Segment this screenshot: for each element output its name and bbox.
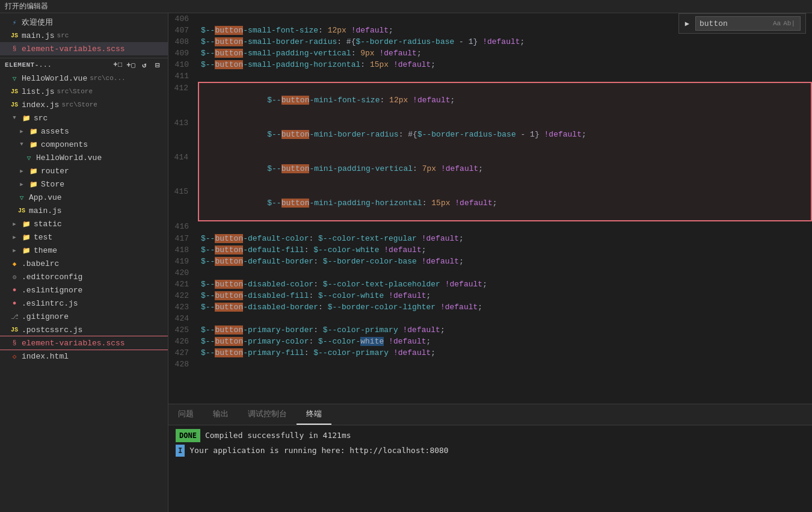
terminal-cursor: I — [176, 445, 185, 457]
main-layout: ⚡ 欢迎使用 JS main.js src § element-variable… — [0, 13, 812, 512]
folder-arrow: ▶ — [17, 166, 26, 176]
sidebar-item-label: index.js — [22, 100, 59, 109]
folder-icon: 📁 — [29, 179, 38, 189]
sidebar-item-sublabel: src\co... — [90, 75, 125, 82]
line-code: $--button-small-border-radius: #{$--bord… — [198, 36, 811, 48]
table-row: 412 $--button-mini-font-size: 12px !defa… — [168, 82, 811, 117]
table-row: 423 $--button-disabled-border: $--border… — [168, 301, 811, 313]
eslint-icon: ● — [10, 298, 19, 308]
line-code — [198, 267, 811, 279]
sidebar: ⚡ 欢迎使用 JS main.js src § element-variable… — [0, 13, 168, 512]
sidebar-item-index-js[interactable]: JS index.js src\Store — [0, 98, 168, 111]
refresh-button[interactable]: ↺ — [139, 60, 150, 70]
line-code: $--button-default-fill: $--color-white !… — [198, 244, 811, 256]
line-number: 420 — [168, 267, 198, 279]
folder-open-icon: 📁 — [29, 140, 38, 149]
top-bar: 打开的编辑器 — [0, 0, 812, 13]
sidebar-item-main-js-tree[interactable]: JS main.js — [0, 204, 168, 217]
sidebar-item-postcssrc[interactable]: JS .postcssrc.js — [0, 323, 168, 336]
js-icon: JS — [10, 325, 19, 335]
sidebar-item-helloworld[interactable]: ▽ HelloWorld.vue — [0, 151, 168, 164]
tree-toolbar: +□ +▢ ↺ ⊟ — [112, 60, 163, 70]
sidebar-item-label: src — [34, 114, 48, 123]
line-number: 410 — [168, 59, 198, 70]
sidebar-item-index-html[interactable]: ◇ index.html — [0, 350, 168, 363]
search-input-wrap: Aa Ab| — [695, 16, 801, 31]
sidebar-item-label: App.vue — [29, 193, 62, 202]
sidebar-item-element-variables-bottom[interactable]: § element-variables.scss — [0, 336, 168, 350]
line-number: 423 — [168, 301, 198, 313]
sidebar-item-list-js[interactable]: JS list.js src\Store — [0, 85, 168, 98]
line-number: 407 — [168, 25, 198, 36]
panel-tabs: 问题 输出 调试控制台 终端 — [168, 404, 812, 425]
js-icon: JS — [10, 100, 19, 109]
line-number: 421 — [168, 279, 198, 290]
sidebar-item-babelrc[interactable]: ◆ .babelrc — [0, 257, 168, 270]
line-code: $--button-mini-padding-vertical: 7px !de… — [198, 152, 811, 186]
search-collapse-arrow[interactable]: ▶ — [684, 19, 691, 28]
tab-output[interactable]: 输出 — [203, 404, 238, 425]
sidebar-item-element-variables-top[interactable]: § element-variables.scss — [0, 42, 168, 55]
js-icon: JS — [10, 31, 19, 40]
project-title: ELEMENT-... — [5, 61, 52, 69]
line-code: $--button-small-padding-vertical: 9px !d… — [198, 48, 811, 59]
sidebar-item-welcome[interactable]: ⚡ 欢迎使用 — [0, 16, 168, 29]
line-number: 406 — [168, 13, 198, 25]
line-code: $--button-primary-color: $--color-white … — [198, 336, 811, 347]
terminal-text-running: Your application is running here: http:/… — [189, 445, 448, 457]
sidebar-item-store[interactable]: ▶ 📁 Store — [0, 177, 168, 191]
match-word-button[interactable]: Ab| — [782, 20, 796, 27]
sidebar-item-assets[interactable]: ▶ 📁 assets — [0, 125, 168, 138]
sidebar-item-label: index.html — [22, 352, 69, 361]
sidebar-item-static[interactable]: ▶ 📁 static — [0, 217, 168, 230]
sidebar-item-components[interactable]: ▼ 📁 components — [0, 138, 168, 151]
tab-terminal[interactable]: 终端 — [297, 404, 331, 425]
vue-icon: ▽ — [24, 153, 34, 162]
babel-icon: ◆ — [10, 259, 19, 268]
tab-debug-console[interactable]: 调试控制台 — [238, 404, 297, 425]
sidebar-item-app-vue[interactable]: ▽ App.vue — [0, 191, 168, 204]
vue-icon: ▽ — [17, 193, 26, 202]
sidebar-item-editorconfig[interactable]: ⚙ .editorconfig — [0, 270, 168, 283]
sidebar-item-gitignore[interactable]: ⎇ .gitignore — [0, 310, 168, 323]
sidebar-item-test[interactable]: ▶ 📁 test — [0, 230, 168, 244]
sidebar-item-eslintrc[interactable]: ● .eslintrc.js — [0, 297, 168, 310]
line-code: $--button-small-padding-horizontal: 15px… — [198, 59, 811, 70]
bottom-panel: 问题 输出 调试控制台 终端 DONE Compiled successfull… — [168, 404, 812, 512]
tab-problems[interactable]: 问题 — [168, 404, 203, 425]
sidebar-item-label: components — [41, 140, 88, 149]
panel-content: DONE Compiled successfully in 4121ms I Y… — [168, 425, 812, 512]
line-code — [198, 313, 811, 324]
terminal-line-running: I Your application is running here: http… — [176, 445, 805, 457]
done-badge: DONE — [176, 429, 200, 442]
table-row: 422 $--button-disabled-fill: $--color-wh… — [168, 290, 811, 301]
sidebar-item-router[interactable]: ▶ 📁 router — [0, 164, 168, 177]
line-number: 411 — [168, 70, 198, 82]
table-row: 414 $--button-mini-padding-vertical: 7px… — [168, 152, 811, 186]
table-row: 421 $--button-disabled-color: $--color-t… — [168, 279, 811, 290]
sidebar-item-theme[interactable]: ▶ 📁 theme — [0, 244, 168, 257]
vue-icon: ▽ — [10, 73, 19, 83]
sidebar-item-sublabel: src\Store — [57, 88, 93, 95]
sidebar-item-label: .gitignore — [22, 312, 69, 321]
new-folder-button[interactable]: +▢ — [126, 60, 137, 70]
line-number: 427 — [168, 347, 198, 359]
sidebar-item-main-js[interactable]: JS main.js src — [0, 29, 168, 42]
folder-icon: 📁 — [22, 219, 31, 229]
html-icon: ◇ — [10, 351, 19, 361]
sidebar-item-helloworld-top[interactable]: ▽ HelloWorld.vue src\co... — [0, 72, 168, 85]
sidebar-item-label: main.js — [29, 206, 62, 215]
git-icon: ⎇ — [10, 312, 19, 321]
line-number: 428 — [168, 359, 198, 370]
collapse-button[interactable]: ⊟ — [152, 60, 163, 70]
match-case-button[interactable]: Aa — [772, 20, 782, 27]
search-input[interactable] — [700, 19, 772, 28]
sidebar-item-label: assets — [41, 127, 69, 136]
new-file-button[interactable]: +□ — [112, 60, 123, 70]
sidebar-item-eslintignore[interactable]: ● .eslintignore — [0, 283, 168, 297]
line-code: $--button-mini-padding-horizontal: 15px … — [198, 186, 811, 221]
sidebar-item-label: element-variables.scss — [22, 339, 125, 348]
sidebar-item-src[interactable]: ▼ 📁 src — [0, 111, 168, 125]
folder-arrow: ▶ — [10, 245, 19, 255]
code-editor[interactable]: 406 407 $--button-small-font-size: 12px … — [168, 13, 812, 404]
